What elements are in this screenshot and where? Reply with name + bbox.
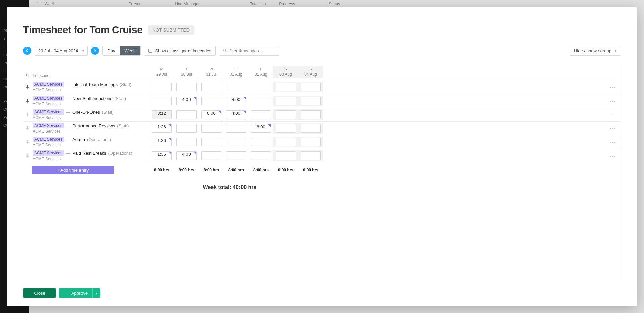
time-input[interactable] xyxy=(276,110,296,119)
row-more-button[interactable]: ⋯ xyxy=(606,125,621,132)
time-input[interactable] xyxy=(276,83,296,91)
header-pin: Pin xyxy=(23,73,32,78)
time-input[interactable] xyxy=(226,83,246,91)
timecode-cell[interactable]: ACME Services — Internal Team Meetings (… xyxy=(32,82,149,92)
day-total: 8:00 hrs xyxy=(199,168,224,172)
time-input[interactable]: 1:36 xyxy=(152,124,172,133)
time-input[interactable] xyxy=(276,97,296,105)
row-more-button[interactable]: ⋯ xyxy=(606,111,621,118)
pin-icon xyxy=(25,98,30,103)
time-input[interactable] xyxy=(201,97,221,105)
timecode-cell[interactable]: ACME Services — One-On-Ones (Staff) ACME… xyxy=(32,109,149,120)
time-input[interactable]: 1:36 xyxy=(152,151,172,160)
pin-button[interactable] xyxy=(23,153,32,159)
timecode-row: ACME Services — Performance Reviews (Sta… xyxy=(23,122,621,135)
filter-timecodes-search[interactable] xyxy=(219,46,279,56)
time-input[interactable] xyxy=(276,124,296,133)
time-cell xyxy=(199,83,224,91)
show-all-timecodes-toggle[interactable]: Show all assigned timecodes xyxy=(144,46,216,56)
pin-button[interactable] xyxy=(23,139,32,145)
time-cell xyxy=(249,97,273,105)
close-button[interactable]: Close xyxy=(23,288,56,298)
time-input[interactable] xyxy=(301,97,321,105)
time-input[interactable]: 4:00 xyxy=(176,151,197,160)
pin-button[interactable] xyxy=(23,126,32,131)
approve-dropdown-icon[interactable]: ▾ xyxy=(92,288,100,298)
time-input[interactable]: 1:36 xyxy=(152,138,172,146)
row-more-button[interactable]: ⋯ xyxy=(606,83,621,91)
dash-separator: — xyxy=(66,123,70,128)
day-total: 8:00 hrs xyxy=(224,168,249,172)
time-cell xyxy=(174,83,199,91)
timecode-cell[interactable]: ACME Services — Performance Reviews (Sta… xyxy=(32,123,149,134)
time-input[interactable]: 8:00 xyxy=(201,110,221,119)
prev-period-button[interactable] xyxy=(23,47,31,55)
timecode-cell[interactable]: ACME Services — New Staff Inductions (St… xyxy=(32,96,149,106)
pin-button[interactable] xyxy=(23,98,32,104)
time-input[interactable] xyxy=(301,83,321,91)
time-input[interactable] xyxy=(201,138,221,146)
time-input[interactable] xyxy=(176,138,197,146)
show-all-label: Show all assigned timecodes xyxy=(155,48,211,53)
hide-show-group-button[interactable]: Hide / show / group ▾ xyxy=(570,46,621,56)
time-input[interactable] xyxy=(276,151,296,160)
time-input[interactable] xyxy=(226,124,246,133)
pin-button[interactable] xyxy=(23,84,32,90)
time-input[interactable]: 8:00 xyxy=(251,124,271,133)
subclient-label: ACME Services xyxy=(33,156,149,161)
time-input[interactable] xyxy=(226,138,246,146)
time-input[interactable] xyxy=(251,97,271,105)
time-cell xyxy=(249,110,273,119)
time-input[interactable]: 4:00 xyxy=(226,110,246,119)
timecode-row: ACME Services — Internal Team Meetings (… xyxy=(23,80,621,94)
pin-button[interactable] xyxy=(23,112,32,118)
time-input[interactable] xyxy=(176,124,197,133)
time-input[interactable] xyxy=(251,138,271,146)
time-cell xyxy=(273,109,298,120)
approve-button[interactable]: Approve ▾ xyxy=(59,288,100,298)
time-input[interactable] xyxy=(152,83,172,91)
time-input[interactable] xyxy=(201,124,221,133)
time-input[interactable] xyxy=(251,151,271,160)
view-day-button[interactable]: Day xyxy=(103,46,120,55)
time-input[interactable] xyxy=(301,110,321,119)
header-day-6: S04 Aug xyxy=(298,66,323,78)
time-cell xyxy=(199,138,224,146)
task-category: (Staff) xyxy=(102,110,114,115)
view-week-button[interactable]: Week xyxy=(120,46,140,55)
time-input[interactable] xyxy=(176,83,197,91)
time-input[interactable] xyxy=(152,97,172,105)
time-input[interactable] xyxy=(226,151,246,160)
add-time-entry-button[interactable]: + Add time entry xyxy=(32,166,114,174)
time-input[interactable] xyxy=(301,151,321,160)
time-input[interactable] xyxy=(301,138,321,146)
row-more-button[interactable]: ⋯ xyxy=(606,138,621,146)
date-range-picker[interactable]: 29 Jul - 04 Aug 2024 ▾ xyxy=(35,46,88,56)
time-input[interactable] xyxy=(276,138,296,146)
filter-input[interactable] xyxy=(229,48,286,53)
timecode-cell[interactable]: ACME Services — Admin (Operations) ACME … xyxy=(32,137,149,147)
time-input[interactable] xyxy=(201,151,221,160)
next-period-button[interactable] xyxy=(91,47,99,55)
time-cell xyxy=(298,82,323,92)
modal-header: Timesheet for Tom Cruise NOT SUBMITTED xyxy=(23,24,621,36)
timecode-cell[interactable]: ACME Services — Paid Rest Breaks (Operat… xyxy=(32,150,149,161)
time-cell: 4:00 xyxy=(174,151,199,160)
time-cell: 3:12 xyxy=(149,110,174,119)
time-cell: 1:36 xyxy=(149,151,174,160)
row-more-button[interactable]: ⋯ xyxy=(606,152,621,160)
day-total: 0:00 hrs xyxy=(273,168,298,172)
client-tag: ACME Services xyxy=(33,96,64,101)
time-input[interactable] xyxy=(176,110,197,119)
time-cell: 1:36 xyxy=(149,124,174,133)
time-input[interactable]: 4:00 xyxy=(226,97,246,105)
status-badge: NOT SUBMITTED xyxy=(148,25,194,35)
time-input[interactable] xyxy=(301,124,321,133)
time-input[interactable] xyxy=(251,83,271,91)
time-cell xyxy=(224,83,249,91)
time-input[interactable]: 3:12 xyxy=(152,110,172,119)
time-input[interactable] xyxy=(201,83,221,91)
row-more-button[interactable]: ⋯ xyxy=(606,97,621,105)
time-input[interactable] xyxy=(251,110,271,119)
time-input[interactable]: 4:00 xyxy=(176,97,197,105)
